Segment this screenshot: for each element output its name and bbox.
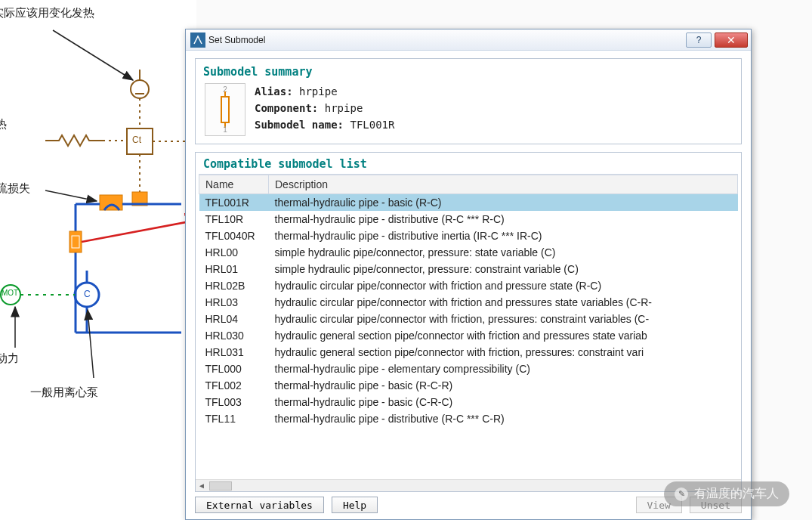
close-icon: ✕ bbox=[727, 34, 736, 46]
row-name: TFL000 bbox=[199, 361, 269, 377]
diagram-label-drive: 驱动力 bbox=[0, 351, 19, 366]
table-row[interactable]: TFL10Rthermal-hydraulic pipe - distribut… bbox=[199, 211, 738, 228]
port-1-label: 1 bbox=[223, 125, 227, 134]
help-footer-button[interactable]: Help bbox=[332, 497, 378, 513]
submodel-summary-box: Submodel summary 2 1 Alias: hrpipe Compo… bbox=[195, 58, 742, 144]
row-description: thermal-hydraulic pipe - basic (R-C) bbox=[269, 194, 738, 212]
row-name: TFL0040R bbox=[199, 228, 269, 244]
col-name[interactable]: Name bbox=[199, 175, 269, 194]
app-icon bbox=[190, 32, 205, 48]
diagram-label-top: 热，实际应该用变化发热 bbox=[0, 6, 94, 20]
summary-heading: Submodel summary bbox=[203, 65, 733, 79]
svg-line-21 bbox=[88, 310, 94, 378]
submodel-table: Name Description TFL001Rthermal-hydrauli… bbox=[199, 175, 738, 427]
compatible-heading: Compatible submodel list bbox=[196, 153, 741, 174]
table-row[interactable]: HRL03hydraulic circular pipe/connector w… bbox=[199, 294, 738, 311]
diagram-label-throttle: 节流损失 bbox=[0, 181, 30, 196]
alias-key: Alias: bbox=[255, 85, 293, 98]
submodel-name-key: Submodel name: bbox=[255, 119, 344, 131]
scroll-left-icon[interactable]: ◄ bbox=[196, 481, 208, 490]
row-description: thermal-hydraulic pipe - elementary comp… bbox=[269, 361, 738, 377]
ct-block-label: Ct bbox=[132, 135, 141, 145]
row-description: thermal-hydraulic pipe - distributive (R… bbox=[269, 211, 738, 228]
row-name: HRL030 bbox=[199, 327, 269, 344]
table-row[interactable]: TFL003thermal-hydraulic pipe - basic (C-… bbox=[199, 394, 738, 410]
svg-line-22 bbox=[45, 190, 97, 201]
row-name: TFL001R bbox=[199, 194, 269, 212]
component-key: Component: bbox=[255, 102, 318, 114]
row-description: hydraulic general section pipe/connector… bbox=[269, 344, 738, 361]
watermark-text: 有温度的汽车人 bbox=[694, 486, 779, 502]
row-name: TFL002 bbox=[199, 377, 269, 394]
row-name: HRL04 bbox=[199, 311, 269, 327]
table-row[interactable]: HRL04hydraulic circular pipe/connector w… bbox=[199, 311, 738, 327]
pipe-icon bbox=[221, 96, 230, 123]
diagram-canvas: 热，实际应该用变化发热 热 节流损失 驱动力 一般用离心泵 Ct MOT C bbox=[0, 0, 196, 520]
svg-point-1 bbox=[131, 80, 149, 98]
row-description: thermal-hydraulic pipe - distributive in… bbox=[269, 228, 738, 244]
table-row[interactable]: HRL02Bhydraulic circular pipe/connector … bbox=[199, 277, 738, 294]
component-thumbnail: 2 1 bbox=[205, 83, 245, 136]
table-row[interactable]: TFL0040Rthermal-hydraulic pipe - distrib… bbox=[199, 228, 738, 244]
row-name: HRL00 bbox=[199, 244, 269, 261]
svg-rect-15 bbox=[69, 231, 82, 252]
svg-line-23 bbox=[82, 218, 196, 242]
row-description: simple hydraulic pipe/connector, pressur… bbox=[269, 244, 738, 261]
alias-value: hrpipe bbox=[299, 85, 338, 98]
row-description: hydraulic circular pipe/connector with f… bbox=[269, 277, 738, 294]
row-name: HRL02B bbox=[199, 277, 269, 294]
table-row[interactable]: HRL030hydraulic general section pipe/con… bbox=[199, 327, 738, 344]
compatible-list-box: Compatible submodel list Name Descriptio… bbox=[195, 152, 742, 492]
help-button[interactable]: ? bbox=[686, 32, 712, 48]
set-submodel-dialog: Set Submodel ? ✕ Submodel summary 2 1 Al… bbox=[185, 29, 752, 520]
motor-label: MOT bbox=[2, 289, 18, 297]
table-row[interactable]: HRL01simple hydraulic pipe/connector, pr… bbox=[199, 261, 738, 277]
row-name: HRL031 bbox=[199, 344, 269, 361]
row-name: HRL01 bbox=[199, 261, 269, 277]
row-description: hydraulic circular pipe/connector with f… bbox=[269, 311, 738, 327]
row-description: thermal-hydraulic pipe - distributive (R… bbox=[269, 410, 738, 427]
diagram-label-heat: 热 bbox=[0, 117, 7, 132]
row-description: hydraulic general section pipe/connector… bbox=[269, 327, 738, 344]
table-row[interactable]: HRL00simple hydraulic pipe/connector, pr… bbox=[199, 244, 738, 261]
dialog-title: Set Submodel bbox=[208, 35, 686, 45]
row-name: TFL10R bbox=[199, 211, 269, 228]
row-name: TFL003 bbox=[199, 394, 269, 410]
wechat-icon: ✎ bbox=[675, 488, 688, 501]
svg-line-0 bbox=[53, 30, 133, 80]
close-button[interactable]: ✕ bbox=[715, 32, 748, 48]
pump-cap-label: C bbox=[84, 289, 91, 299]
table-row[interactable]: HRL031hydraulic general section pipe/con… bbox=[199, 344, 738, 361]
table-row[interactable]: TFL11thermal-hydraulic pipe - distributi… bbox=[199, 410, 738, 427]
question-icon: ? bbox=[696, 35, 702, 45]
component-value: hrpipe bbox=[325, 102, 363, 114]
submodel-name-value: TFL001R bbox=[350, 119, 394, 131]
row-description: thermal-hydraulic pipe - basic (R-C-R) bbox=[269, 377, 738, 394]
diagram-svg bbox=[0, 0, 196, 408]
table-row[interactable]: TFL001Rthermal-hydraulic pipe - basic (R… bbox=[199, 194, 738, 212]
row-description: hydraulic circular pipe/connector with f… bbox=[269, 294, 738, 311]
scroll-thumb[interactable] bbox=[209, 481, 232, 491]
col-description[interactable]: Description bbox=[269, 175, 738, 194]
submodel-table-scroll[interactable]: Name Description TFL001Rthermal-hydrauli… bbox=[199, 174, 738, 476]
watermark: ✎ 有温度的汽车人 bbox=[664, 481, 789, 506]
table-row[interactable]: TFL000thermal-hydraulic pipe - elementar… bbox=[199, 361, 738, 377]
table-row[interactable]: TFL002thermal-hydraulic pipe - basic (R-… bbox=[199, 377, 738, 394]
row-description: thermal-hydraulic pipe - basic (C-R-C) bbox=[269, 394, 738, 410]
external-variables-button[interactable]: External variables bbox=[195, 497, 324, 513]
row-name: TFL11 bbox=[199, 410, 269, 427]
horizontal-scrollbar[interactable]: ◄ bbox=[196, 479, 741, 491]
diagram-label-pump: 一般用离心泵 bbox=[30, 385, 98, 400]
row-name: HRL03 bbox=[199, 294, 269, 311]
dialog-titlebar[interactable]: Set Submodel ? ✕ bbox=[186, 29, 751, 51]
row-description: simple hydraulic pipe/connector, pressur… bbox=[269, 261, 738, 277]
